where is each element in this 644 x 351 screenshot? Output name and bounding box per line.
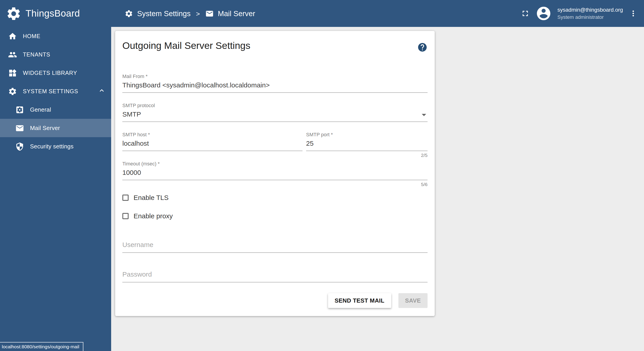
smtp-host-field: SMTP host * [122,132,302,151]
sidebar-item-label: SYSTEM SETTINGS [23,88,78,94]
sidebar-item-mail-server[interactable]: Mail Server [0,119,111,137]
enable-proxy-checkbox[interactable] [122,213,128,219]
enable-tls-row[interactable]: Enable TLS [122,194,428,201]
widgets-icon [8,68,17,77]
breadcrumb-page-label: Mail Server [218,9,255,18]
topbar: System Settings > Mail Server sysadmin@t… [111,0,644,27]
timeout-input[interactable] [122,166,428,180]
chevron-up-icon [98,86,106,96]
fullscreen-icon [520,9,530,18]
smtp-protocol-select[interactable]: SMTP protocol SMTP [122,103,428,122]
mail-settings-card: Outgoing Mail Server Settings Mail From … [115,31,435,316]
user-email: sysadmin@thingsboard.org [557,7,623,14]
more-vert-icon [629,9,638,18]
password-input[interactable] [122,267,428,282]
breadcrumb-section-label: System Settings [137,9,190,18]
breadcrumb-system-settings[interactable]: System Settings [124,9,190,18]
topbar-right: sysadmin@thingsboard.org System administ… [520,6,638,22]
shield-icon [15,142,24,151]
sidebar-item-label: WIDGETS LIBRARY [23,70,77,76]
gear-icon [8,87,17,96]
home-icon [8,32,17,40]
enable-tls-label: Enable TLS [134,194,168,201]
save-button[interactable]: SAVE [398,293,428,308]
smtp-port-input[interactable] [306,137,428,151]
sidebar-item-label: Security settings [30,143,74,150]
sidebar-item-label: Mail Server [30,124,60,131]
help-icon [417,42,428,52]
mail-icon [15,124,24,132]
smtp-protocol-label: SMTP protocol [122,103,428,108]
fullscreen-button[interactable] [520,9,530,18]
smtp-port-counter: 2/5 [421,152,428,158]
timeout-field: Timeout (msec) * 5/6 [122,161,428,180]
app-window: ThingsBoard HOME TENANTS WIDGETS LIBRARY… [0,0,644,351]
breadcrumb-mail-server[interactable]: Mail Server [205,9,255,18]
main-column: System Settings > Mail Server sysadmin@t… [111,0,644,351]
card-header: Outgoing Mail Server Settings [122,40,428,54]
gear-icon [124,9,133,18]
logo-text: ThingsBoard [26,8,80,19]
timeout-counter: 5/6 [421,182,428,187]
smtp-host-input[interactable] [122,137,302,151]
smtp-port-label: SMTP port * [306,132,428,137]
mail-from-field: Mail From * [122,74,428,93]
timeout-label: Timeout (msec) * [122,161,428,166]
mail-icon [205,9,214,18]
card-actions: SEND TEST MAIL SAVE [122,293,428,308]
sidebar-item-label: TENANTS [23,51,50,58]
general-settings-icon [15,105,24,114]
sidebar-item-home[interactable]: HOME [0,27,111,45]
avatar[interactable] [535,6,552,22]
tenants-icon [8,50,17,59]
sidebar-item-label: General [30,106,51,113]
help-button[interactable] [417,42,428,54]
sidebar-item-general[interactable]: General [0,100,111,119]
sidebar-item-tenants[interactable]: TENANTS [0,45,111,64]
account-circle-icon [535,6,552,22]
breadcrumb-separator: > [196,10,200,17]
enable-proxy-label: Enable proxy [134,212,173,220]
sidebar: ThingsBoard HOME TENANTS WIDGETS LIBRARY… [0,0,111,351]
sidebar-nav: HOME TENANTS WIDGETS LIBRARY SYSTEM SETT… [0,27,111,156]
mail-from-label: Mail From * [122,74,428,79]
enable-proxy-row[interactable]: Enable proxy [122,212,428,220]
mail-from-input[interactable] [122,79,428,93]
password-field [122,267,428,282]
sidebar-item-widgets-library[interactable]: WIDGETS LIBRARY [0,64,111,82]
thingsboard-logo[interactable]: ThingsBoard [0,0,111,27]
enable-tls-checkbox[interactable] [122,194,128,200]
sidebar-item-system-settings[interactable]: SYSTEM SETTINGS [0,82,111,100]
status-url-bubble: localhost:8080/settings/outgoing-mail [0,342,83,351]
user-role: System administrator [557,14,623,20]
sidebar-item-label: HOME [23,33,40,39]
username-field [122,238,428,253]
page-title: Outgoing Mail Server Settings [122,40,250,52]
thingsboard-logo-icon [6,6,22,21]
user-info: sysadmin@thingsboard.org System administ… [557,7,623,20]
sidebar-item-security-settings[interactable]: Security settings [0,137,111,156]
smtp-protocol-value: SMTP [122,108,428,122]
username-input[interactable] [122,238,428,253]
send-test-mail-button[interactable]: SEND TEST MAIL [328,293,391,308]
content-area: Outgoing Mail Server Settings Mail From … [111,27,644,351]
smtp-port-field: SMTP port * 2/5 [306,132,428,151]
smtp-host-label: SMTP host * [122,132,302,137]
more-menu-button[interactable] [629,9,638,18]
host-port-row: SMTP host * SMTP port * 2/5 [122,132,428,151]
chevron-down-icon [422,114,426,116]
